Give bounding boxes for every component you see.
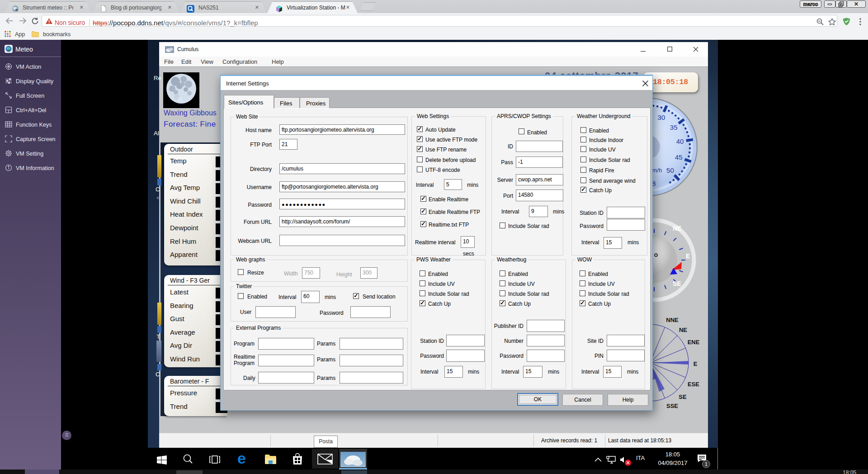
svg-text:50: 50 xyxy=(666,166,674,174)
svg-text:SE: SE xyxy=(673,280,681,287)
svg-text:35: 35 xyxy=(670,123,678,131)
svg-text:40: 40 xyxy=(676,137,684,145)
svg-text:E: E xyxy=(686,252,690,260)
svg-text:ESE: ESE xyxy=(688,381,699,388)
svg-text:45: 45 xyxy=(675,153,683,161)
svg-text:NE: NE xyxy=(679,327,687,333)
svg-text:SSE: SSE xyxy=(666,403,678,409)
svg-text:30: 30 xyxy=(658,114,665,121)
svg-text:ENE: ENE xyxy=(688,339,700,346)
svg-text:NNE: NNE xyxy=(666,317,679,323)
svg-text:NE: NE xyxy=(673,225,681,232)
svg-text:E: E xyxy=(693,360,698,367)
svg-text:SE: SE xyxy=(679,393,687,400)
